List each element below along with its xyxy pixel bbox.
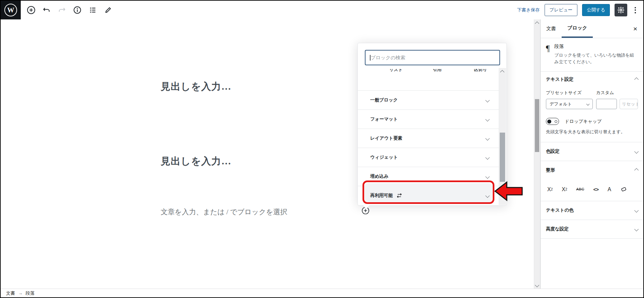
panel-text-color[interactable]: テキストの色 (541, 201, 643, 220)
wordpress-logo-letter: W (4, 4, 17, 16)
block-tile-quote[interactable]: 引用 (433, 69, 441, 73)
pencil-icon (104, 6, 112, 14)
scroll-down-arrow-icon[interactable] (535, 283, 539, 287)
category-reusable[interactable]: 再利用可能 (358, 186, 500, 205)
tab-block[interactable]: ブロック (562, 19, 593, 38)
inserter-category-list: 一般ブロック フォーマット レイアウト要素 ウィジェット 埋め込み 再利用可能 (358, 90, 506, 205)
info-icon (73, 6, 81, 14)
content-structure-button[interactable] (73, 6, 82, 14)
canvas-scrollbar-thumb[interactable] (535, 99, 539, 152)
canvas-scrollbar[interactable] (534, 19, 540, 289)
undo-button[interactable] (42, 6, 51, 14)
heading-block-placeholder-1[interactable]: 見出しを入力… (161, 80, 231, 93)
paragraph-block-icon: ¶ (546, 44, 550, 65)
chevron-down-icon (634, 208, 639, 213)
chevron-up-icon (634, 168, 639, 172)
close-sidebar-button[interactable]: × (627, 19, 643, 38)
settings-toggle-button[interactable] (615, 4, 627, 16)
strikethrough-button[interactable]: ABC (576, 188, 584, 191)
chevron-down-icon (634, 227, 639, 231)
block-card-title: 段落 (554, 44, 635, 50)
text-caret (370, 55, 371, 61)
chevron-down-icon (485, 98, 490, 102)
chevron-down-icon (485, 194, 490, 198)
block-search-placeholder: ブロックの検索 (371, 55, 405, 61)
redo-button[interactable] (58, 6, 66, 14)
category-widgets[interactable]: ウィジェット (358, 148, 500, 167)
tab-document[interactable]: 文書 (541, 19, 562, 38)
block-tile-list[interactable]: リスト (389, 69, 403, 73)
editor-toolbar: W (1, 1, 643, 20)
reset-button[interactable]: リセット (620, 99, 638, 109)
panel-color-settings[interactable]: 色設定 (541, 142, 643, 161)
drop-cap-toggle[interactable] (546, 118, 559, 125)
preview-button[interactable]: プレビュー (545, 4, 578, 16)
toolbar-left-group: W (1, 1, 112, 19)
chevron-down-icon (485, 117, 490, 122)
drop-cap-description: 先頭文字を大きな表示に切り替えます。 (546, 129, 638, 135)
plus-circle-icon (27, 6, 35, 14)
chevron-down-icon (485, 174, 490, 179)
drop-cap-label[interactable]: ドロップキャップ (565, 119, 602, 125)
block-inserter-button[interactable] (27, 6, 35, 14)
sidebar-tab-bar: 文書 ブロック × (541, 19, 643, 38)
category-common-blocks[interactable]: 一般ブロック (358, 90, 500, 109)
undo-icon (43, 6, 51, 14)
publish-button[interactable]: 公開する (582, 4, 610, 16)
eraser-button[interactable] (620, 187, 627, 192)
custom-size-input[interactable] (596, 99, 617, 109)
chevron-down-icon (586, 102, 590, 106)
save-draft-link[interactable]: 下書き保存 (517, 7, 540, 13)
superscript-button[interactable]: X2 (547, 187, 553, 192)
gear-icon (617, 6, 625, 14)
chevron-down-icon (485, 136, 490, 141)
wordpress-logo[interactable]: W (1, 1, 21, 19)
breadcrumb-arrow-icon: → (18, 291, 23, 296)
eraser-icon (620, 187, 627, 192)
block-card: ¶ 段落 ブロックを使って、いろいろな物語を組み立ててください。 (541, 38, 643, 72)
scroll-up-arrow-icon[interactable] (535, 21, 539, 26)
settings-sidebar: 文書 ブロック × ¶ 段落 ブロックを使って、いろいろな物語を組み立ててくださ… (540, 19, 643, 289)
panel-advanced-settings[interactable]: 高度な設定 (541, 220, 643, 239)
scroll-up-arrow-icon[interactable] (500, 70, 504, 74)
preset-size-select[interactable]: デフォルト (546, 99, 593, 109)
block-search-field[interactable]: ブロックの検索 (365, 50, 500, 65)
wordpress-editor-window: W (0, 0, 644, 298)
redo-icon (58, 6, 66, 14)
breadcrumb-document-link[interactable]: 文書 (6, 290, 15, 296)
text-settings-panel: テキスト設定 プリセットサイズ デフォルト カスタム リセット (541, 72, 643, 142)
footer-breadcrumb-bar: 文書 → 段落 (1, 289, 643, 297)
subscript-button[interactable]: X2 (562, 187, 567, 192)
block-inserter-popup: ブロックの検索 リスト 引用 区切り 一般ブロック フォーマット レイアウト要素… (357, 43, 507, 206)
chevron-down-icon (634, 149, 639, 154)
reusable-block-icon (396, 193, 403, 198)
more-tools-menu-button[interactable] (632, 5, 639, 15)
text-settings-header[interactable]: テキスト設定 (546, 76, 638, 82)
inline-code-button[interactable]: <> (593, 187, 599, 192)
breadcrumb-current-block: 段落 (26, 290, 35, 296)
paragraph-block-placeholder[interactable]: 文章を入力、または / でブロックを選択 (161, 207, 287, 217)
block-navigation-button[interactable] (88, 6, 97, 14)
chevron-down-icon (485, 155, 490, 160)
edit-mode-button[interactable] (104, 6, 112, 14)
heading-block-placeholder-2[interactable]: 見出しを入力… (161, 155, 231, 168)
letter-a-button[interactable]: A (608, 187, 611, 192)
close-icon: × (633, 25, 637, 33)
formatting-toolbar: X2 X2 ABC <> A (541, 179, 643, 201)
toolbar-right-group: 下書き保存 プレビュー 公開する (517, 4, 643, 16)
popup-scrollbar-thumb[interactable] (500, 133, 505, 182)
custom-size-label: カスタム (596, 90, 617, 96)
preset-size-label: プリセットサイズ (546, 90, 593, 96)
block-tile-separator[interactable]: 区切り (474, 69, 487, 73)
popup-scrollbar[interactable] (499, 68, 506, 205)
block-card-description: ブロックを使って、いろいろな物語を組み立ててください。 (554, 52, 635, 65)
chevron-up-icon (634, 77, 639, 82)
category-formatting[interactable]: フォーマット (358, 109, 500, 129)
list-view-icon (89, 6, 97, 14)
most-used-tiles-clipped: リスト 引用 区切り (358, 69, 499, 74)
panel-formatting[interactable]: 整形 (541, 161, 643, 179)
category-layout-elements[interactable]: レイアウト要素 (358, 129, 500, 148)
